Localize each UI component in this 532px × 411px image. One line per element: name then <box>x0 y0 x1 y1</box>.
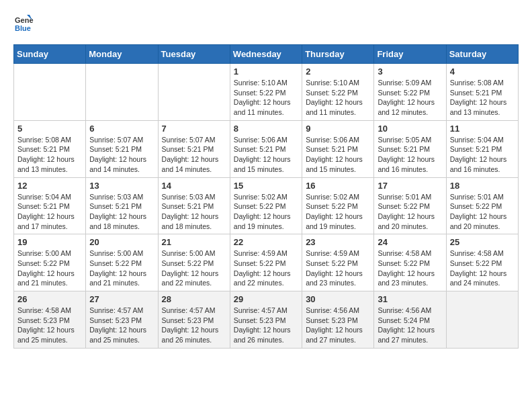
day-info-line: Daylight: 12 hours <box>162 154 226 165</box>
calendar-cell: 31Sunrise: 4:56 AMSunset: 5:24 PMDayligh… <box>374 291 446 349</box>
day-info-line: and 11 minutes. <box>306 107 370 118</box>
calendar-cell: 24Sunrise: 4:58 AMSunset: 5:22 PMDayligh… <box>374 234 446 291</box>
day-info-line: and 11 minutes. <box>234 107 298 118</box>
day-number: 17 <box>378 181 442 191</box>
weekday-sunday: Sunday <box>14 45 86 64</box>
day-info-line: Sunrise: 4:59 AM <box>234 248 298 259</box>
calendar-cell: 22Sunrise: 4:59 AMSunset: 5:22 PMDayligh… <box>230 234 302 291</box>
day-info-line: Daylight: 12 hours <box>89 269 154 279</box>
page-header: General Blue <box>13 13 519 34</box>
calendar-cell: 17Sunrise: 5:01 AMSunset: 5:22 PMDayligh… <box>374 177 446 234</box>
day-info: Sunrise: 4:56 AMSunset: 5:23 PMDaylight:… <box>306 306 370 345</box>
day-info: Sunrise: 4:56 AMSunset: 5:24 PMDaylight:… <box>378 306 442 345</box>
day-info-line: and 26 minutes. <box>162 335 226 345</box>
day-info-line: and 17 minutes. <box>17 222 82 232</box>
day-info-line: and 23 minutes. <box>306 278 370 288</box>
day-info-line: Sunset: 5:22 PM <box>162 259 226 269</box>
day-info-line: and 21 minutes. <box>89 278 154 288</box>
day-number: 26 <box>17 294 82 304</box>
day-number: 4 <box>450 66 515 77</box>
day-number: 30 <box>306 294 370 304</box>
day-info-line: Sunset: 5:22 PM <box>306 88 370 98</box>
day-info-line: and 19 minutes. <box>234 222 298 232</box>
calendar-week-row: 1Sunrise: 5:10 AMSunset: 5:22 PMDaylight… <box>14 64 519 121</box>
calendar-cell: 11Sunrise: 5:04 AMSunset: 5:21 PMDayligh… <box>446 120 518 177</box>
day-info-line: Sunset: 5:21 PM <box>450 88 515 98</box>
day-info-line: Daylight: 12 hours <box>450 269 515 279</box>
day-info-line: Daylight: 12 hours <box>378 97 442 107</box>
day-number: 3 <box>378 66 442 77</box>
day-number: 6 <box>89 124 154 134</box>
day-info-line: and 16 minutes. <box>450 165 515 175</box>
day-info-line: Daylight: 12 hours <box>17 325 82 335</box>
day-info-line: Sunset: 5:22 PM <box>306 201 370 212</box>
day-info-line: and 22 minutes. <box>162 278 226 288</box>
day-info: Sunrise: 5:03 AMSunset: 5:21 PMDaylight:… <box>89 192 154 232</box>
day-info-line: Sunrise: 5:10 AM <box>306 78 370 88</box>
day-info-line: Daylight: 12 hours <box>89 325 154 335</box>
day-number: 7 <box>162 124 226 134</box>
day-info-line: Sunset: 5:21 PM <box>162 201 226 212</box>
day-info-line: Daylight: 12 hours <box>378 325 442 335</box>
calendar-cell <box>158 64 230 121</box>
calendar-week-row: 19Sunrise: 5:00 AMSunset: 5:22 PMDayligh… <box>14 234 519 291</box>
day-info-line: Sunset: 5:21 PM <box>162 144 226 154</box>
day-info-line: Daylight: 12 hours <box>306 154 370 165</box>
day-info-line: Sunset: 5:22 PM <box>450 201 515 212</box>
day-info-line: Daylight: 12 hours <box>234 97 298 107</box>
calendar-cell <box>86 64 158 121</box>
day-info-line: Sunset: 5:23 PM <box>234 316 298 326</box>
day-info-line: and 13 minutes. <box>450 107 515 118</box>
day-info-line: Sunrise: 5:06 AM <box>306 135 370 145</box>
weekday-wednesday: Wednesday <box>230 45 302 64</box>
day-info-line: Sunrise: 4:57 AM <box>162 306 226 316</box>
day-info-line: Sunrise: 5:06 AM <box>234 135 298 145</box>
day-info: Sunrise: 5:00 AMSunset: 5:22 PMDaylight:… <box>162 248 226 288</box>
day-info-line: Daylight: 12 hours <box>234 212 298 222</box>
day-info-line: and 22 minutes. <box>234 278 298 288</box>
day-info-line: Sunrise: 5:00 AM <box>17 248 82 259</box>
day-number: 5 <box>17 124 82 134</box>
calendar-cell: 27Sunrise: 4:57 AMSunset: 5:23 PMDayligh… <box>86 291 158 349</box>
calendar-cell: 2Sunrise: 5:10 AMSunset: 5:22 PMDaylight… <box>302 64 374 121</box>
day-info: Sunrise: 4:59 AMSunset: 5:22 PMDaylight:… <box>306 248 370 288</box>
day-number: 8 <box>234 124 298 134</box>
day-info-line: and 18 minutes. <box>162 222 226 232</box>
day-info-line: Daylight: 12 hours <box>306 212 370 222</box>
day-info: Sunrise: 5:01 AMSunset: 5:22 PMDaylight:… <box>450 192 515 232</box>
calendar-cell: 5Sunrise: 5:08 AMSunset: 5:21 PMDaylight… <box>14 120 86 177</box>
day-info: Sunrise: 5:10 AMSunset: 5:22 PMDaylight:… <box>306 78 370 118</box>
calendar-body: 1Sunrise: 5:10 AMSunset: 5:22 PMDaylight… <box>14 64 519 349</box>
day-number: 12 <box>17 181 82 191</box>
day-info-line: Sunset: 5:21 PM <box>89 201 154 212</box>
day-number: 29 <box>234 294 298 304</box>
calendar-cell: 14Sunrise: 5:03 AMSunset: 5:21 PMDayligh… <box>158 177 230 234</box>
day-info: Sunrise: 5:07 AMSunset: 5:21 PMDaylight:… <box>162 135 226 175</box>
day-info-line: Sunset: 5:21 PM <box>17 144 82 154</box>
day-info-line: Sunset: 5:22 PM <box>378 88 442 98</box>
calendar-week-row: 12Sunrise: 5:04 AMSunset: 5:21 PMDayligh… <box>14 177 519 234</box>
day-info: Sunrise: 5:09 AMSunset: 5:22 PMDaylight:… <box>378 78 442 118</box>
day-info-line: Sunset: 5:22 PM <box>17 259 82 269</box>
day-info-line: Sunrise: 5:00 AM <box>89 248 154 259</box>
day-info-line: Sunrise: 5:04 AM <box>17 192 82 202</box>
day-number: 23 <box>306 237 370 247</box>
day-info-line: Sunset: 5:21 PM <box>378 144 442 154</box>
day-info-line: Sunset: 5:22 PM <box>450 259 515 269</box>
day-info-line: Sunrise: 5:01 AM <box>450 192 515 202</box>
calendar-cell: 29Sunrise: 4:57 AMSunset: 5:23 PMDayligh… <box>230 291 302 349</box>
day-info-line: and 15 minutes. <box>234 165 298 175</box>
day-info: Sunrise: 4:58 AMSunset: 5:22 PMDaylight:… <box>450 248 515 288</box>
calendar-cell: 6Sunrise: 5:07 AMSunset: 5:21 PMDaylight… <box>86 120 158 177</box>
day-info-line: and 16 minutes. <box>378 165 442 175</box>
day-info-line: and 14 minutes. <box>162 165 226 175</box>
day-info-line: Sunrise: 4:58 AM <box>17 306 82 316</box>
day-info-line: and 27 minutes. <box>306 335 370 345</box>
day-info-line: Daylight: 12 hours <box>162 212 226 222</box>
day-info-line: Daylight: 12 hours <box>17 154 82 165</box>
day-info-line: Sunrise: 5:01 AM <box>378 192 442 202</box>
svg-text:Blue: Blue <box>15 24 31 32</box>
day-info-line: Sunset: 5:22 PM <box>378 201 442 212</box>
day-info: Sunrise: 5:04 AMSunset: 5:21 PMDaylight:… <box>450 135 515 175</box>
day-info-line: and 14 minutes. <box>89 165 154 175</box>
